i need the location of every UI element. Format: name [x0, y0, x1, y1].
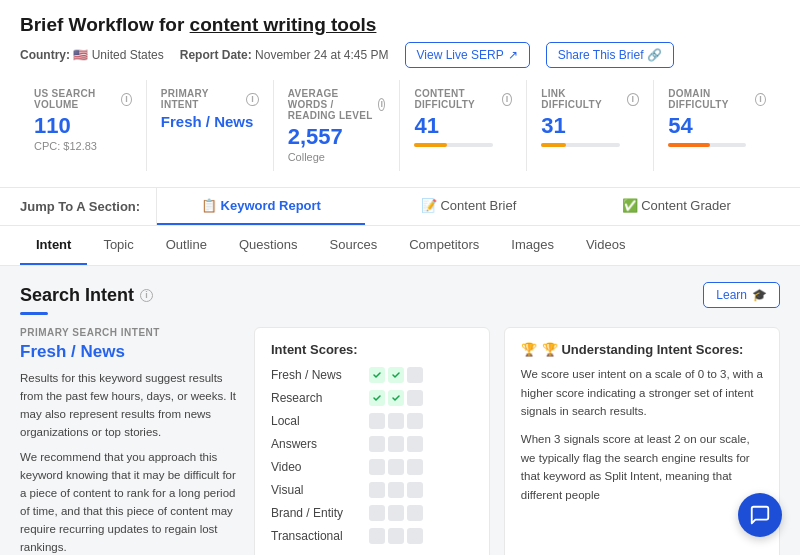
stat-avg-words: AVERAGE WORDS / READING LEVEL i 2,557 Co… [274, 80, 401, 171]
chat-bubble[interactable] [738, 493, 782, 537]
tab-content-brief[interactable]: 📝 Content Brief [365, 188, 573, 225]
info-icon-section[interactable]: i [140, 289, 153, 302]
nav-section: Jump To A Section: 📋 Keyword Report 📝 Co… [0, 188, 800, 226]
score-row-fresh: Fresh / News [271, 367, 473, 383]
view-live-serp-button[interactable]: View Live SERP ↗ [405, 42, 530, 68]
score-row-video: Video [271, 459, 473, 475]
sub-tab-sources[interactable]: Sources [314, 226, 394, 265]
score-label: Fresh / News [271, 368, 361, 382]
jump-label: Jump To A Section: [20, 188, 157, 225]
score-boxes [369, 390, 423, 406]
intent-scores-title: Intent Scores: [271, 342, 473, 357]
score-box [369, 482, 385, 498]
sub-tabs: Intent Topic Outline Questions Sources C… [20, 226, 780, 265]
section-title: Search Intent i [20, 285, 153, 306]
primary-intent-value: Fresh / News [20, 342, 240, 362]
score-box [407, 413, 423, 429]
sub-tab-questions[interactable]: Questions [223, 226, 314, 265]
score-box [369, 436, 385, 452]
score-box [388, 528, 404, 544]
score-box [407, 367, 423, 383]
intent-desc-2: We recommend that you approach this keyw… [20, 449, 240, 555]
sub-tab-competitors[interactable]: Competitors [393, 226, 495, 265]
score-label: Answers [271, 437, 361, 451]
sub-tab-images[interactable]: Images [495, 226, 570, 265]
score-boxes [369, 528, 423, 544]
score-boxes [369, 505, 423, 521]
score-label: Transactional [271, 529, 361, 543]
sub-tab-intent[interactable]: Intent [20, 226, 87, 265]
score-boxes [369, 482, 423, 498]
stat-domain-difficulty: DOMAIN DIFFICULTY i 54 [654, 80, 780, 171]
info-icon[interactable]: i [121, 93, 131, 106]
stat-link-difficulty: LINK DIFFICULTY i 31 [527, 80, 654, 171]
score-box [407, 390, 423, 406]
stat-primary-intent: PRIMARY INTENT i Fresh / News [147, 80, 274, 171]
intent-center: Intent Scores: Fresh / News Research [254, 327, 490, 555]
score-row-answers: Answers [271, 436, 473, 452]
section-underline [20, 312, 48, 315]
understanding-text-2: When 3 signals score at least 2 on our s… [521, 430, 763, 504]
stats-row: US SEARCH VOLUME i 110 CPC: $12.83 PRIMA… [20, 80, 780, 171]
score-box [388, 505, 404, 521]
score-box [407, 436, 423, 452]
score-label: Brand / Entity [271, 506, 361, 520]
jump-row: Jump To A Section: 📋 Keyword Report 📝 Co… [20, 188, 780, 225]
score-box [388, 390, 404, 406]
info-icon-domain[interactable]: i [755, 93, 766, 106]
score-box [369, 390, 385, 406]
link-icon: 🔗 [647, 48, 662, 62]
sub-tab-outline[interactable]: Outline [150, 226, 223, 265]
meta-row: Country: 🇺🇸 United States Report Date: N… [20, 42, 780, 68]
external-link-icon: ↗ [508, 48, 518, 62]
sub-tab-videos[interactable]: Videos [570, 226, 642, 265]
trophy-icon: 🏆 [521, 342, 537, 357]
score-box [369, 413, 385, 429]
info-icon-words[interactable]: i [378, 98, 385, 111]
top-section: Brief Workflow for content writing tools… [0, 0, 800, 188]
section-header: Search Intent i Learn 🎓 [20, 282, 780, 308]
score-row-local: Local [271, 413, 473, 429]
score-box [388, 459, 404, 475]
scores-list: Fresh / News Research [271, 367, 473, 544]
tab-keyword-report[interactable]: 📋 Keyword Report [157, 188, 365, 225]
score-boxes [369, 436, 423, 452]
stat-content-difficulty: CONTENT DIFFICULTY i 41 [400, 80, 527, 171]
learn-button[interactable]: Learn 🎓 [703, 282, 780, 308]
learn-icon: 🎓 [752, 288, 767, 302]
score-box [388, 413, 404, 429]
score-row-brand: Brand / Entity [271, 505, 473, 521]
understanding-title: 🏆 🏆 Understanding Intent Scores: [521, 342, 763, 357]
sub-tab-topic[interactable]: Topic [87, 226, 149, 265]
score-box [369, 528, 385, 544]
score-label: Video [271, 460, 361, 474]
score-box [369, 367, 385, 383]
share-brief-button[interactable]: Share This Brief 🔗 [546, 42, 675, 68]
score-label: Research [271, 391, 361, 405]
info-icon-content[interactable]: i [502, 93, 512, 106]
intent-desc-1: Results for this keyword suggest results… [20, 370, 240, 441]
score-box [388, 482, 404, 498]
title-link: content writing tools [190, 14, 377, 35]
score-box [388, 367, 404, 383]
score-row-transactional: Transactional [271, 528, 473, 544]
score-boxes [369, 413, 423, 429]
score-boxes [369, 459, 423, 475]
tab-content-grader[interactable]: ✅ Content Grader [572, 188, 780, 225]
intent-grid: PRIMARY SEARCH INTENT Fresh / News Resul… [20, 327, 780, 555]
score-box [407, 528, 423, 544]
primary-search-intent-label: PRIMARY SEARCH INTENT [20, 327, 240, 338]
page-title: Brief Workflow for content writing tools [20, 14, 780, 36]
info-icon-intent[interactable]: i [246, 93, 258, 106]
score-boxes [369, 367, 423, 383]
score-row-research: Research [271, 390, 473, 406]
stat-us-search-volume: US SEARCH VOLUME i 110 CPC: $12.83 [20, 80, 147, 171]
score-label: Visual [271, 483, 361, 497]
tabs-section: Intent Topic Outline Questions Sources C… [0, 226, 800, 266]
score-row-visual: Visual [271, 482, 473, 498]
score-box [369, 459, 385, 475]
intent-left: PRIMARY SEARCH INTENT Fresh / News Resul… [20, 327, 240, 555]
score-box [369, 505, 385, 521]
country-flag: 🇺🇸 [73, 48, 88, 62]
info-icon-link[interactable]: i [627, 93, 639, 106]
